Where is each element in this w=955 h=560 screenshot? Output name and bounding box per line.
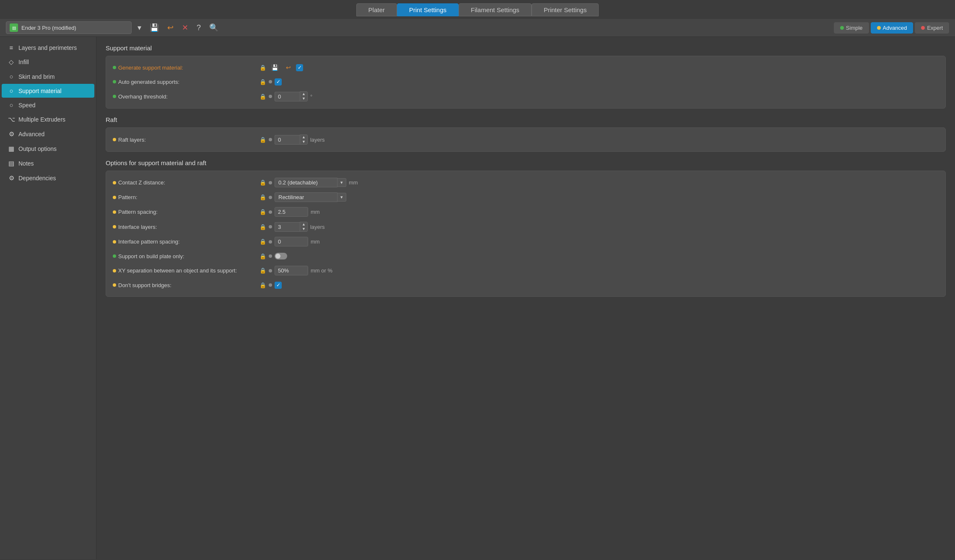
interface-layers-input[interactable]: [275, 222, 300, 232]
profile-selector[interactable]: ▤ Ender 3 Pro (modified): [6, 21, 132, 34]
generate-support-checkbox[interactable]: ✓: [296, 64, 303, 71]
contact-z-label: Contact Z distance:: [113, 179, 260, 186]
setting-support-build-plate: Support on build plate only: 🔒: [113, 249, 939, 263]
skirt-icon: ○: [8, 73, 15, 80]
content-area: Support material Generate support materi…: [96, 37, 955, 559]
interface-up[interactable]: ▲: [300, 222, 307, 227]
dropdown-arrow-btn[interactable]: ▾: [135, 22, 144, 33]
setting-raft-layers: Raft layers: 🔒 ▲ ▼ layers: [113, 132, 939, 147]
tab-print-settings[interactable]: Print Settings: [397, 3, 459, 16]
expert-dot: [921, 26, 925, 30]
pattern-spacing-controls: 🔒 mm: [260, 207, 939, 217]
xy-sep-dot: [113, 269, 116, 272]
xy-sep-input[interactable]: [275, 266, 308, 275]
circle-dot-dsb: [269, 283, 272, 287]
overhang-controls: 🔒 ▲ ▼ °: [260, 91, 939, 101]
tab-plater[interactable]: Plater: [356, 3, 397, 16]
sidebar-label-infill: Infill: [18, 59, 29, 65]
lock-icon-ps[interactable]: 🔒: [260, 209, 266, 215]
lock-icon-sbp[interactable]: 🔒: [260, 253, 266, 259]
circle-dot-1: [269, 80, 272, 83]
lock-icon-cz[interactable]: 🔒: [260, 179, 266, 186]
undo-setting-btn-0[interactable]: ↩: [283, 63, 293, 72]
contact-z-unit: mm: [349, 179, 358, 186]
setting-pattern-spacing: Pattern spacing: 🔒 mm: [113, 205, 939, 219]
lock-icon-pattern[interactable]: 🔒: [260, 194, 266, 200]
save-setting-btn-0[interactable]: 💾: [269, 63, 281, 72]
sidebar-label-dependencies: Dependencies: [18, 175, 56, 181]
lock-icon-1[interactable]: 🔒: [260, 79, 266, 85]
simple-dot: [840, 26, 844, 30]
support-bp-dot: [113, 254, 116, 258]
auto-generated-checkbox[interactable]: ✓: [275, 78, 282, 86]
tab-printer-settings[interactable]: Printer Settings: [532, 3, 599, 16]
setting-xy-separation: XY separation between an object and its …: [113, 263, 939, 278]
section-options-title: Options for support material and raft: [106, 159, 946, 166]
contact-z-arrow[interactable]: ▾: [337, 178, 346, 187]
sidebar-item-infill[interactable]: ◇ Infill: [2, 55, 94, 69]
tab-filament-settings[interactable]: Filament Settings: [459, 3, 532, 16]
output-icon: ▦: [8, 145, 15, 153]
lock-icon-ips[interactable]: 🔒: [260, 239, 266, 245]
mode-expert-btn[interactable]: Expert: [915, 22, 949, 34]
interface-ps-input[interactable]: [275, 237, 308, 246]
sidebar-item-skirt-brim[interactable]: ○ Skirt and brim: [2, 70, 94, 83]
dependencies-icon: ⚙: [8, 174, 15, 182]
notes-icon: ▤: [8, 160, 15, 167]
sidebar-item-multiple-extruders[interactable]: ⌥ Multiple Extruders: [2, 112, 94, 127]
interface-layers-dot: [113, 225, 116, 228]
pattern-spacing-input[interactable]: [275, 207, 308, 217]
lock-icon-0[interactable]: 🔒: [260, 65, 266, 71]
sidebar-label-notes: Notes: [18, 160, 34, 167]
lock-icon-il[interactable]: 🔒: [260, 224, 266, 230]
pattern-display[interactable]: Rectilinear: [275, 192, 337, 202]
section-support-title: Support material: [106, 44, 946, 52]
search-btn[interactable]: 🔍: [207, 22, 221, 33]
mode-simple-btn[interactable]: Simple: [834, 22, 869, 34]
support-bp-label: Support on build plate only:: [113, 253, 260, 259]
advanced-dot: [877, 26, 881, 30]
sidebar-label-speed: Speed: [18, 102, 35, 109]
contact-z-select: 0.2 (detachable) ▾: [275, 178, 346, 187]
support-bp-toggle[interactable]: [275, 253, 287, 259]
overhang-up[interactable]: ▲: [300, 92, 307, 96]
sidebar-item-layers-perimeters[interactable]: ≡ Layers and perimeters: [2, 41, 94, 54]
save-btn[interactable]: 💾: [147, 22, 161, 33]
top-nav: Plater Print Settings Filament Settings …: [0, 0, 955, 19]
setting-interface-layers: Interface layers: 🔒 ▲ ▼ layers: [113, 219, 939, 234]
pattern-label: Pattern:: [113, 194, 260, 200]
close-btn[interactable]: ✕: [179, 22, 191, 33]
lock-icon-raft[interactable]: 🔒: [260, 137, 266, 143]
contact-z-display[interactable]: 0.2 (detachable): [275, 178, 337, 187]
lock-icon-2[interactable]: 🔒: [260, 93, 266, 100]
interface-down[interactable]: ▼: [300, 227, 307, 231]
sidebar-item-support-material[interactable]: ○ Support material: [2, 84, 94, 98]
sidebar-item-advanced[interactable]: ⚙ Advanced: [2, 127, 94, 141]
undo-btn[interactable]: ↩: [165, 22, 176, 33]
sidebar-label-advanced: Advanced: [18, 131, 44, 137]
lock-icon-dsb[interactable]: 🔒: [260, 282, 266, 288]
raft-input[interactable]: [275, 135, 300, 145]
sidebar-item-notes[interactable]: ▤ Notes: [2, 156, 94, 171]
support-icon: ○: [8, 87, 15, 94]
sidebar-item-output-options[interactable]: ▦ Output options: [2, 142, 94, 156]
interface-ps-dot: [113, 240, 116, 244]
toolbar: ▤ Ender 3 Pro (modified) ▾ 💾 ↩ ✕ ? 🔍 Sim…: [0, 19, 955, 37]
auto-generated-dot: [113, 80, 116, 83]
overhang-down[interactable]: ▼: [300, 96, 307, 101]
circle-dot-xy: [269, 269, 272, 272]
sidebar-item-speed[interactable]: ○ Speed: [2, 98, 94, 112]
pattern-arrow[interactable]: ▾: [337, 193, 346, 202]
dsb-checkbox[interactable]: ✓: [275, 282, 282, 289]
raft-down[interactable]: ▼: [300, 140, 307, 144]
contact-z-dot: [113, 181, 116, 184]
lock-icon-xy[interactable]: 🔒: [260, 267, 266, 274]
sidebar-item-dependencies[interactable]: ⚙ Dependencies: [2, 171, 94, 185]
raft-up[interactable]: ▲: [300, 135, 307, 140]
xy-sep-label: XY separation between an object and its …: [113, 267, 260, 274]
mode-advanced-btn[interactable]: Advanced: [871, 22, 913, 34]
interface-layers-controls: 🔒 ▲ ▼ layers: [260, 222, 939, 232]
extruders-icon: ⌥: [8, 116, 15, 123]
overhang-input[interactable]: [275, 92, 300, 101]
help-btn[interactable]: ?: [194, 23, 203, 33]
